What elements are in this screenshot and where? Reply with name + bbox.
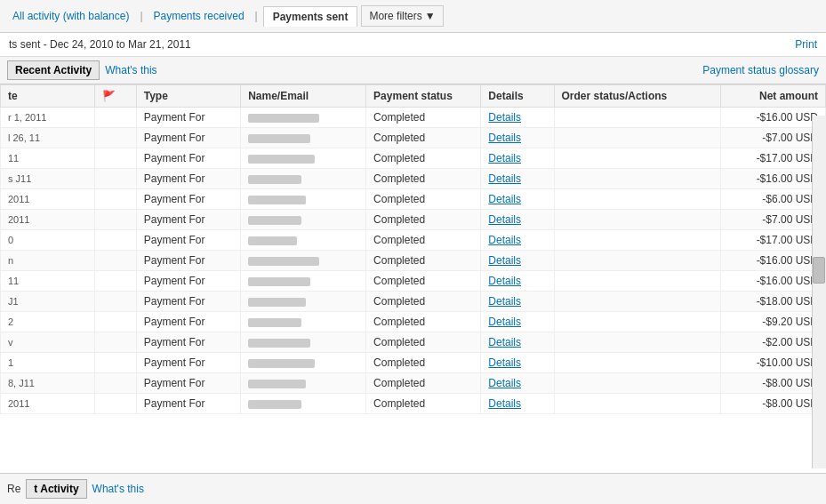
cell-type: Payment For	[136, 169, 240, 189]
details-link[interactable]: Details	[488, 275, 521, 287]
cell-flag	[94, 312, 136, 332]
scrollbar-thumb[interactable]	[813, 257, 825, 284]
cell-amount: -$16.00 USD	[721, 169, 826, 189]
cell-details[interactable]: Details	[481, 373, 554, 394]
cell-date: 2	[1, 312, 95, 332]
cell-amount: -$7.00 USD	[721, 128, 826, 148]
details-link[interactable]: Details	[488, 254, 521, 267]
details-link[interactable]: Details	[488, 132, 521, 144]
details-link[interactable]: Details	[488, 234, 521, 246]
cell-details[interactable]: Details	[481, 312, 554, 332]
cell-order	[554, 292, 721, 312]
table-row: l 26, 11 Payment For Completed Details -…	[1, 128, 826, 148]
details-link[interactable]: Details	[488, 193, 521, 205]
cell-amount: -$10.00 USD	[721, 353, 826, 373]
cell-type: Payment For	[136, 373, 240, 394]
scrollbar-track[interactable]	[812, 116, 826, 414]
cell-type: Payment For	[136, 353, 240, 373]
cell-status: Completed	[366, 394, 481, 414]
cell-status: Completed	[366, 312, 481, 332]
table-row: 11 Payment For Completed Details -$16.00…	[1, 271, 826, 292]
cell-date: 2011	[1, 210, 95, 230]
more-filters-button[interactable]: More filters ▼	[361, 5, 443, 27]
cell-date: r 1, 2011	[1, 108, 95, 128]
payment-status-glossary-link[interactable]: Payment status glossary	[702, 64, 819, 76]
cell-date: 1	[1, 353, 95, 373]
all-activity-link[interactable]: All activity (with balance)	[7, 8, 134, 24]
cell-status: Completed	[366, 230, 481, 251]
cell-flag	[94, 128, 136, 148]
print-link[interactable]: Print	[795, 38, 817, 51]
cell-details[interactable]: Details	[481, 394, 554, 414]
cell-details[interactable]: Details	[481, 353, 554, 373]
cell-details[interactable]: Details	[481, 251, 554, 271]
payments-sent-tab[interactable]: Payments sent	[263, 6, 358, 27]
cell-name	[241, 332, 366, 353]
cell-type: Payment For	[136, 148, 240, 169]
header-name: Name/Email	[241, 85, 366, 108]
cell-type: Payment For	[136, 292, 240, 312]
cell-type: Payment For	[136, 271, 240, 292]
cell-order	[554, 312, 721, 332]
cell-details[interactable]: Details	[481, 332, 554, 353]
cell-date: 2011	[1, 394, 95, 414]
cell-order	[554, 189, 721, 210]
recent-activity-button[interactable]: Recent Activity	[7, 60, 100, 80]
cell-details[interactable]: Details	[481, 128, 554, 148]
details-link[interactable]: Details	[488, 111, 521, 124]
details-link[interactable]: Details	[488, 316, 521, 328]
cell-details[interactable]: Details	[481, 189, 554, 210]
cell-name	[241, 271, 366, 292]
details-link[interactable]: Details	[488, 172, 521, 185]
details-link[interactable]: Details	[488, 356, 521, 369]
cell-details[interactable]: Details	[481, 169, 554, 189]
details-link[interactable]: Details	[488, 377, 521, 389]
cell-flag	[94, 230, 136, 251]
cell-name	[241, 210, 366, 230]
cell-details[interactable]: Details	[481, 271, 554, 292]
cell-type: Payment For	[136, 312, 240, 332]
cell-order	[554, 271, 721, 292]
whats-this-link[interactable]: What's this	[105, 64, 156, 76]
cell-amount: -$16.00 USD	[721, 251, 826, 271]
cell-flag	[94, 108, 136, 128]
transactions-table: te 🚩 Type Name/Email Payment status Deta…	[0, 84, 826, 414]
cell-details[interactable]: Details	[481, 210, 554, 230]
details-link[interactable]: Details	[488, 152, 521, 164]
header-amount: Net amount	[721, 85, 826, 108]
cell-flag	[94, 251, 136, 271]
cell-flag	[94, 189, 136, 210]
details-link[interactable]: Details	[488, 397, 521, 410]
cell-details[interactable]: Details	[481, 108, 554, 128]
header-date: te	[1, 85, 95, 108]
cell-status: Completed	[366, 271, 481, 292]
activity-left: Recent Activity What's this	[7, 60, 157, 80]
details-link[interactable]: Details	[488, 213, 521, 226]
cell-order	[554, 148, 721, 169]
cell-status: Completed	[366, 251, 481, 271]
date-range-text: ts sent - Dec 24, 2010 to Mar 21, 2011	[9, 38, 191, 51]
cell-order	[554, 210, 721, 230]
cell-details[interactable]: Details	[481, 148, 554, 169]
cell-name	[241, 108, 366, 128]
cell-amount: -$16.00 USD	[721, 108, 826, 128]
details-link[interactable]: Details	[488, 336, 521, 348]
flag-icon: 🚩	[102, 90, 116, 102]
cell-details[interactable]: Details	[481, 230, 554, 251]
table-row: 2011 Payment For Completed Details -$6.0…	[1, 189, 826, 210]
cell-name	[241, 353, 366, 373]
cell-status: Completed	[366, 189, 481, 210]
cell-details[interactable]: Details	[481, 292, 554, 312]
cell-order	[554, 169, 721, 189]
payments-received-link[interactable]: Payments received	[148, 8, 250, 24]
cell-type: Payment For	[136, 189, 240, 210]
table-row: 2 Payment For Completed Details -$9.20 U…	[1, 312, 826, 332]
cell-status: Completed	[366, 128, 481, 148]
cell-flag	[94, 148, 136, 169]
cell-status: Completed	[366, 292, 481, 312]
cell-amount: -$9.20 USD	[721, 312, 826, 332]
activity-bar: Recent Activity What's this Payment stat…	[0, 57, 826, 84]
details-link[interactable]: Details	[488, 295, 521, 308]
cell-order	[554, 108, 721, 128]
table-row: v Payment For Completed Details -$2.00 U…	[1, 332, 826, 353]
